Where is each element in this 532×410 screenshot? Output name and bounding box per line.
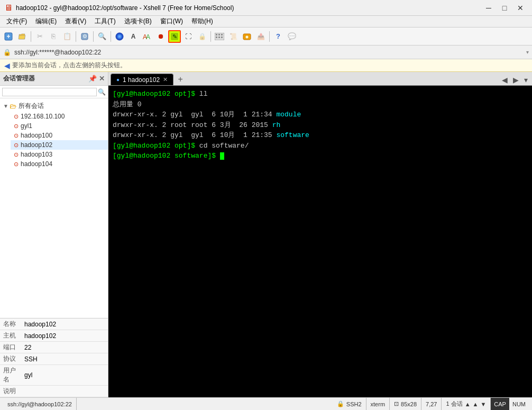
menu-tools[interactable]: 工具(T): [90, 16, 120, 27]
status-cursor-seg: 7,27: [421, 398, 442, 410]
menu-file[interactable]: 文件(F): [2, 16, 31, 27]
more-button[interactable]: 💬: [286, 30, 298, 43]
term-line-6: [gyl@hadoop102 software]$: [113, 151, 528, 161]
menu-tabs[interactable]: 选项卡(B): [120, 16, 156, 27]
status-scroll-down[interactable]: ▼: [480, 401, 486, 407]
property-label: 协议: [0, 353, 21, 365]
session-icon-5: ⊙: [14, 161, 19, 168]
term-line-2: drwxr-xr-x. 2 gyl gyl 6 10月 1 21:34 modu…: [113, 110, 528, 120]
sidebar: 会话管理器 📌 ✕ 🔍 ▼ 🗁 所有会话 ⊙ 192.168.10.100: [0, 72, 108, 397]
sidebar-close-icon[interactable]: ✕: [99, 75, 105, 83]
status-caps-lock: CAP: [491, 398, 509, 410]
svg-rect-15: [216, 37, 217, 38]
new-session-button[interactable]: +: [2, 30, 15, 43]
search-button[interactable]: 🔍: [96, 30, 108, 43]
snapshot-button[interactable]: [241, 30, 253, 43]
properties-table: 名称hadoop102主机hadoop102端口22协议SSH用户名gyl说明: [0, 318, 108, 397]
tree-session-192[interactable]: ⊙ 192.168.10.100: [11, 112, 108, 121]
connect-button[interactable]: [113, 30, 126, 43]
menu-window[interactable]: 窗口(W): [156, 16, 187, 27]
separator-5: [210, 31, 211, 42]
status-num-text: NUM: [512, 401, 526, 407]
term-line-4: drwxr-xr-x. 2 gyl gyl 6 10月 1 21:35 soft…: [113, 130, 528, 141]
tab-menu-button[interactable]: ▾: [522, 75, 530, 85]
pin-icon[interactable]: 📌: [88, 75, 97, 83]
sidebar-search-bar: 🔍: [0, 86, 108, 98]
tree-session-hadoop100[interactable]: ⊙ hadoop100: [11, 131, 108, 140]
minimize-button[interactable]: ─: [481, 2, 496, 14]
close-button[interactable]: ✕: [513, 2, 528, 14]
search-icon[interactable]: 🔍: [98, 88, 106, 96]
status-address: ssh://gyl@hadoop102:22: [3, 398, 77, 410]
session-properties: 名称hadoop102主机hadoop102端口22协议SSH用户名gyl说明: [0, 318, 108, 397]
terminal-tab[interactable]: ● 1 hadoop102 ✕: [111, 74, 173, 85]
property-label: 主机: [0, 330, 21, 342]
tab-next-button[interactable]: ▶: [511, 75, 521, 85]
copy-button[interactable]: ⎘: [47, 30, 60, 43]
status-scroll-up[interactable]: ▲: [473, 401, 479, 407]
tab-prev-button[interactable]: ◀: [500, 75, 510, 85]
main-area: 会话管理器 📌 ✕ 🔍 ▼ 🗁 所有会话 ⊙ 192.168.10.100: [0, 72, 532, 397]
tree-session-hadoop104[interactable]: ⊙ hadoop104: [11, 159, 108, 169]
record-button[interactable]: ⏺: [154, 30, 167, 43]
property-row: 协议SSH: [0, 353, 108, 365]
keyboard-button[interactable]: [213, 30, 226, 43]
status-num-lock: NUM: [509, 398, 529, 410]
open-button[interactable]: [16, 30, 29, 43]
tree-session-gyl1[interactable]: ⊙ gyl1: [11, 121, 108, 131]
font-button[interactable]: A: [127, 30, 140, 43]
svg-rect-12: [216, 34, 217, 35]
lock-button[interactable]: 🔒: [196, 30, 208, 43]
status-sessions-arrow-up[interactable]: ▲: [465, 401, 471, 407]
property-row: 端口22: [0, 342, 108, 353]
maximize-button[interactable]: □: [497, 2, 512, 14]
tree-root-node[interactable]: ▼ 🗁 所有会话: [0, 101, 108, 112]
tree-session-hadoop103[interactable]: ⊙ hadoop103: [11, 150, 108, 159]
session-label-4: hadoop103: [21, 151, 52, 158]
svg-point-19: [245, 35, 249, 39]
tree-session-hadoop102[interactable]: ⊙ hadoop102: [11, 140, 108, 150]
send-button[interactable]: 📤: [254, 30, 267, 43]
terminal-screen[interactable]: [gyl@hadoop102 opt]$ ll 总用量 0 drwxr-xr-x…: [108, 86, 532, 397]
separator-1: [31, 31, 31, 42]
tab-close-icon[interactable]: ✕: [163, 76, 168, 83]
session-label-5: hadoop104: [21, 160, 52, 168]
session-icon-4: ⊙: [14, 151, 19, 158]
tree-children: ⊙ 192.168.10.100 ⊙ gyl1 ⊙ hadoop100 ⊙ ha…: [0, 112, 108, 169]
info-text: 要添加当前会话，点击左侧的箭头按钮。: [12, 61, 126, 70]
property-value: 22: [21, 342, 108, 353]
status-address-text: ssh://gyl@hadoop102:22: [7, 401, 72, 407]
help-button[interactable]: ?: [272, 30, 285, 43]
sidebar-title: 会话管理器: [3, 74, 35, 83]
term-line-3: drwxr-xr-x. 2 root root 6 3月 26 2015 rh: [113, 120, 528, 131]
svg-rect-14: [221, 34, 223, 35]
svg-text:⚙: ⚙: [82, 33, 87, 39]
status-sessions-count: 1 会话: [446, 400, 462, 408]
highlight-button[interactable]: ✎: [168, 30, 181, 43]
address-text: ssh://gyl:******@hadoop102:22: [14, 49, 523, 56]
menu-view[interactable]: 查看(V): [61, 16, 90, 27]
status-bar: ssh://gyl@hadoop102:22 🔒 SSH2 xterm ⊡ 85…: [0, 397, 532, 410]
menu-help[interactable]: 帮助(H): [187, 16, 217, 27]
search-input[interactable]: [2, 88, 97, 96]
script-button[interactable]: 📜: [227, 30, 240, 43]
property-value: SSH: [21, 353, 108, 365]
property-row: 主机hadoop102: [0, 330, 108, 342]
fullscreen-button[interactable]: ⛶: [182, 30, 195, 43]
new-tab-button[interactable]: +: [175, 74, 186, 85]
status-sessions-seg: 1 会话 ▲ ▲ ▼: [442, 398, 491, 410]
info-left-arrow[interactable]: ◀: [4, 61, 10, 70]
status-termtype-seg: xterm: [366, 398, 390, 410]
status-cursor-pos: 7,27: [426, 401, 437, 407]
properties-button[interactable]: ⚙: [78, 30, 91, 43]
address-dropdown[interactable]: ▾: [526, 49, 529, 55]
tab-label: 1 hadoop102: [123, 76, 160, 84]
paste-button[interactable]: 📋: [61, 30, 74, 43]
menu-edit[interactable]: 编辑(E): [31, 16, 61, 27]
property-value: gyl: [21, 365, 108, 386]
cut-button[interactable]: ✂: [33, 30, 46, 43]
lock-icon: 🔒: [3, 49, 11, 56]
session-icon-3: ⊙: [14, 142, 19, 149]
term-line-1: 总用量 0: [113, 99, 528, 110]
color-button[interactable]: AA: [141, 30, 153, 43]
